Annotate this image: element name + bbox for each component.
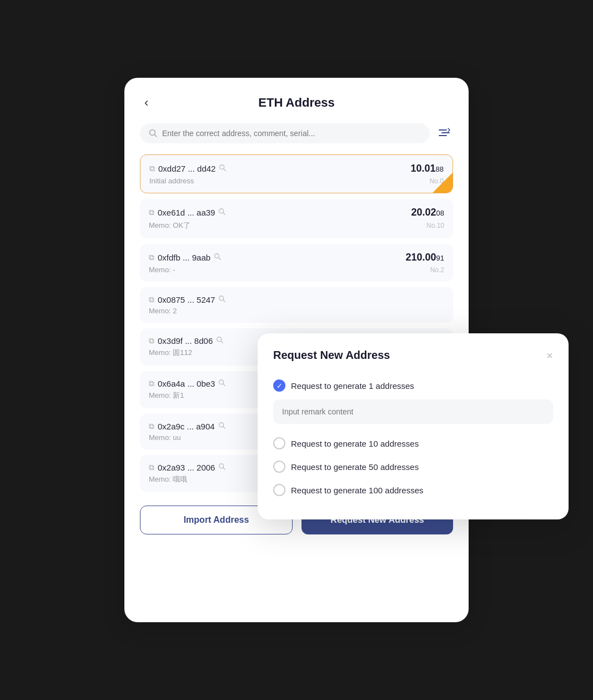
address-text: 0x2a9c ... a904 [158, 422, 215, 431]
address-item[interactable]: ⧉ 0x0875 ... 5247 Memo: 2 [140, 287, 453, 323]
search-address-icon[interactable] [218, 295, 226, 304]
svg-line-12 [223, 300, 225, 302]
copy-icon[interactable]: ⧉ [149, 422, 154, 431]
search-input[interactable] [162, 129, 421, 138]
radio-option[interactable]: Request to generate 100 addresses [273, 478, 553, 502]
copy-icon[interactable]: ⧉ [149, 336, 154, 346]
memo-text: Memo: 圆112 [149, 348, 192, 358]
amount: 210.0091 [405, 252, 444, 263]
address-text: 0xdd27 ... dd42 [158, 164, 215, 173]
radio-label: Request to generate 100 addresses [291, 486, 424, 495]
active-corner [433, 173, 453, 193]
address-item[interactable]: ⧉ 0xe61d ... aa39 20.0208 Memo: OK了 No.1… [140, 199, 453, 238]
svg-line-6 [224, 169, 226, 171]
search-bar [140, 123, 453, 143]
svg-line-16 [223, 384, 225, 386]
search-address-icon[interactable] [219, 164, 227, 173]
copy-icon[interactable]: ⧉ [149, 295, 154, 304]
filter-button[interactable] [435, 124, 453, 143]
memo-text: Memo: - [149, 266, 175, 274]
svg-line-18 [223, 427, 225, 429]
svg-line-20 [223, 468, 225, 470]
modal-header: Request New Address × [273, 349, 553, 362]
search-address-icon[interactable] [218, 208, 226, 217]
search-address-icon[interactable] [218, 422, 226, 431]
address-text: 0x0875 ... 5247 [158, 295, 215, 304]
radio-option[interactable]: ✓ Request to generate 1 addresses [273, 374, 553, 397]
address-item[interactable]: ⧉ 0xfdfb ... 9aab 210.0091 Memo: - No.2 [140, 244, 453, 282]
remark-input[interactable] [273, 399, 553, 424]
radio-circle: ✓ [273, 379, 285, 392]
main-card: ‹ ETH Address ⧉ 0xdd27 ... dd42 [124, 78, 469, 622]
address-text: 0x6a4a ... 0be3 [158, 379, 215, 388]
address-text: 0x3d9f ... 8d06 [158, 336, 213, 346]
modal-close-button[interactable]: × [546, 350, 553, 361]
svg-line-1 [155, 135, 157, 137]
header: ‹ ETH Address [140, 96, 453, 110]
radio-option[interactable]: Request to generate 10 addresses [273, 432, 553, 455]
copy-icon[interactable]: ⧉ [149, 463, 154, 472]
copy-icon[interactable]: ⧉ [149, 208, 154, 217]
modal-dialog: Request New Address × ✓ Request to gener… [258, 333, 569, 519]
search-address-icon[interactable] [218, 463, 226, 472]
copy-icon[interactable]: ⧉ [149, 253, 154, 262]
filter-icon [438, 126, 451, 139]
no-badge: No.2 [430, 266, 444, 274]
radio-label: Request to generate 50 addresses [291, 462, 419, 472]
svg-line-8 [223, 213, 225, 215]
address-text: 0xfdfb ... 9aab [158, 253, 210, 262]
search-address-icon[interactable] [216, 336, 224, 346]
search-address-icon[interactable] [214, 253, 222, 262]
svg-line-14 [221, 341, 223, 343]
address-text: 0x2a93 ... 2006 [158, 463, 215, 472]
radio-label: Request to generate 10 addresses [291, 439, 419, 448]
memo-text: Memo: 新1 [149, 391, 184, 401]
back-button[interactable]: ‹ [140, 93, 153, 112]
address-text: 0xe61d ... aa39 [158, 208, 215, 217]
memo-text: Memo: 2 [149, 307, 177, 315]
memo-text: Memo: uu [149, 433, 181, 442]
memo-text: Memo: OK了 [149, 221, 190, 231]
search-wrapper [140, 123, 430, 143]
amount: 20.0208 [411, 207, 444, 218]
radio-circle [273, 461, 285, 473]
page-title: ETH Address [258, 96, 334, 110]
copy-icon[interactable]: ⧉ [149, 164, 155, 173]
memo-text: Memo: 哦哦 [149, 474, 187, 484]
modal-title: Request New Address [273, 349, 390, 362]
modal-options: ✓ Request to generate 1 addresses Reques… [273, 374, 553, 502]
no-badge: No.10 [426, 222, 444, 229]
radio-label: Request to generate 1 addresses [291, 381, 414, 391]
check-mark: ✓ [277, 382, 283, 389]
radio-option[interactable]: Request to generate 50 addresses [273, 455, 553, 478]
radio-circle [273, 437, 285, 449]
memo-text: Initial address [149, 177, 194, 185]
svg-line-10 [219, 258, 221, 260]
address-item[interactable]: ⧉ 0xdd27 ... dd42 10.0188 Initial addres… [140, 154, 453, 193]
radio-circle [273, 484, 285, 496]
copy-icon[interactable]: ⧉ [149, 379, 154, 388]
search-icon [149, 129, 158, 138]
search-address-icon[interactable] [218, 379, 226, 388]
